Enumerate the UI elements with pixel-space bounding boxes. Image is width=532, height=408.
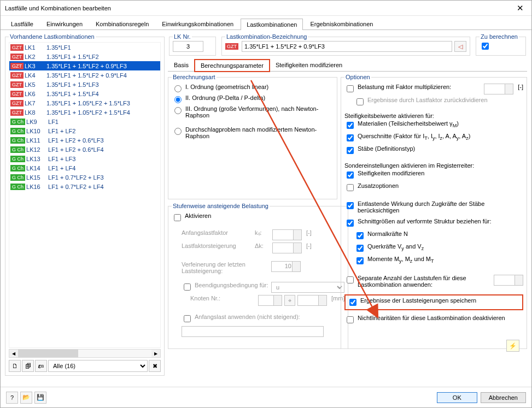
- lk-desc: LF1 + LF3: [48, 156, 75, 162]
- ba-radio-1[interactable]: [174, 85, 182, 92]
- lk-desc: 1.35*LF1 + 1.5*LF2 + 0.9*LF4: [46, 72, 127, 79]
- normal-checkbox[interactable]: [356, 232, 364, 239]
- belastung-input[interactable]: [484, 84, 513, 94]
- subtab-basis[interactable]: Basis: [168, 59, 195, 71]
- lknr-input[interactable]: [173, 41, 203, 52]
- dk-unit: [-]: [306, 243, 312, 249]
- lk-tag: GZT: [10, 63, 24, 69]
- beendigung-label: Beendigungsbedingung für:: [195, 282, 269, 288]
- lk-desc: LF1 + 0.7*LF2 + LF3: [48, 174, 104, 181]
- tab-einwirkungskombinationen[interactable]: Einwirkungskombinationen: [156, 18, 239, 29]
- copy-button[interactable]: 🗐: [22, 360, 34, 372]
- querk-checkbox[interactable]: [356, 245, 364, 252]
- ba-radio-4[interactable]: [174, 128, 182, 135]
- lk-desc: LF1 + 0.7*LF2 + LF4: [48, 184, 104, 190]
- close-icon[interactable]: ✕: [513, 3, 527, 13]
- zusatz-checkbox[interactable]: [347, 184, 354, 191]
- nichtlin-checkbox[interactable]: [347, 316, 354, 323]
- help-button[interactable]: ?: [6, 392, 18, 404]
- lk-id: LK4: [25, 72, 46, 79]
- ba-radio-2[interactable]: [174, 96, 182, 103]
- steifmod-checkbox[interactable]: [347, 172, 354, 179]
- lk-tag: GZT: [10, 54, 24, 60]
- new-button[interactable]: 🗋: [9, 360, 21, 372]
- tab-kombinationsregeln[interactable]: Kombinationsregeln: [90, 18, 155, 29]
- list-item[interactable]: G ChLK9LF1: [9, 117, 160, 126]
- lk-desc: 1.35*LF1 + 1.5*LF2: [46, 54, 99, 60]
- list-item[interactable]: G ChLK13LF1 + LF3: [9, 154, 160, 163]
- beendigung-combo: u: [271, 282, 344, 293]
- subtab-steifigkeiten[interactable]: Steifigkeiten modifizieren: [270, 59, 348, 71]
- list-item[interactable]: G ChLK12LF1 + LF2 + 0.6*LF4: [9, 145, 160, 154]
- quick-calc-button[interactable]: ⚡: [506, 340, 519, 352]
- lknr-label: LK Nr.: [173, 33, 192, 40]
- save-button[interactable]: 💾: [34, 392, 46, 404]
- list-item[interactable]: GZTLK51.35*LF1 + 1.5*LF3: [9, 80, 160, 89]
- lk-list[interactable]: GZTLK11.35*LF1GZTLK21.35*LF1 + 1.5*LF2GZ…: [9, 42, 161, 348]
- list-item[interactable]: G ChLK10LF1 + LF2: [9, 126, 160, 135]
- lkname-input[interactable]: [242, 41, 452, 52]
- list-item[interactable]: GZTLK81.35*LF1 + 1.05*LF2 + 1.5*LF4: [9, 108, 160, 117]
- stufen-aktivieren-checkbox[interactable]: [174, 214, 181, 221]
- calc-checkbox[interactable]: [482, 43, 489, 50]
- lkname-picker-button[interactable]: ◁: [454, 41, 466, 52]
- existing-lk-title: Vorhandene Lastkombinationen: [9, 33, 96, 40]
- list-item[interactable]: GZTLK71.35*LF1 + 1.05*LF2 + 1.5*LF3: [9, 98, 160, 108]
- tab-ergebniskombinationen[interactable]: Ergebniskombinationen: [304, 18, 379, 29]
- config-button[interactable]: εB: [35, 360, 47, 372]
- tab-einwirkungen[interactable]: Einwirkungen: [40, 18, 89, 29]
- material-checkbox[interactable]: [347, 122, 354, 129]
- list-item[interactable]: GZTLK11.35*LF1: [9, 43, 160, 52]
- list-item[interactable]: G ChLK14LF1 + LF4: [9, 163, 160, 173]
- steifmod-label: Steifigkeiten modifizieren: [358, 170, 424, 176]
- schnitt-checkbox[interactable]: [347, 220, 354, 227]
- knoten-mm-input: [297, 295, 327, 306]
- entlastende-checkbox[interactable]: [347, 202, 354, 209]
- scroll-left-icon[interactable]: ◀: [9, 350, 18, 357]
- list-item[interactable]: GZTLK21.35*LF1 + 1.5*LF2: [9, 52, 160, 61]
- ba-radio-3[interactable]: [174, 107, 182, 114]
- lk-desc: LF1 + LF2 + 0.6*LF3: [48, 137, 104, 144]
- list-item[interactable]: G ChLK16LF1 + 0.7*LF2 + LF4: [9, 182, 160, 191]
- scroll-thumb[interactable]: [18, 350, 78, 357]
- tab-lastkombinationen[interactable]: Lastkombinationen: [241, 19, 303, 30]
- belastung-checkbox[interactable]: [347, 85, 354, 92]
- k0-unit: [-]: [306, 229, 312, 236]
- lk-id: LK10: [26, 128, 48, 134]
- lk-id: LK2: [25, 54, 46, 60]
- momente-checkbox[interactable]: [356, 257, 364, 264]
- erg-div-checkbox: [356, 98, 364, 105]
- lk-id: LK14: [26, 165, 48, 172]
- scroll-right-icon[interactable]: ▶: [151, 350, 160, 357]
- list-item[interactable]: GZTLK61.35*LF1 + 1.5*LF4: [9, 89, 160, 98]
- momente-label: Momente My, Mz und MT: [367, 256, 434, 264]
- delete-button[interactable]: ✖: [149, 360, 161, 372]
- lk-desc: 1.35*LF1 + 1.5*LF2 + 0.9*LF3: [46, 63, 127, 69]
- erg-speichern-checkbox[interactable]: [349, 299, 356, 306]
- filter-combo[interactable]: Alle (16): [48, 360, 148, 372]
- lknr-group: LK Nr.: [169, 33, 216, 56]
- separate-input[interactable]: [494, 275, 523, 286]
- quer-checkbox[interactable]: [347, 134, 354, 141]
- cancel-button[interactable]: Abbrechen: [481, 392, 526, 403]
- list-item[interactable]: G ChLK11LF1 + LF2 + 0.6*LF3: [9, 135, 160, 145]
- lk-id: LK5: [25, 81, 46, 88]
- ok-button[interactable]: OK: [437, 392, 477, 403]
- stabe-checkbox[interactable]: [347, 147, 354, 154]
- list-scrollbar[interactable]: ◀ ▶: [9, 349, 161, 358]
- subtab-berechnungsparameter[interactable]: Berechnungsparameter: [195, 60, 270, 72]
- erg-speichern-label: Ergebnisse der Laststeigerungen speicher…: [360, 297, 476, 304]
- lk-id: LK9: [26, 119, 48, 125]
- tab-lastfaelle[interactable]: Lastfälle: [5, 18, 39, 29]
- list-item[interactable]: G ChLK15LF1 + 0.7*LF2 + LF3: [9, 173, 160, 182]
- separate-checkbox[interactable]: [347, 276, 354, 283]
- open-button[interactable]: 📂: [20, 392, 32, 404]
- lkname-tag: GZT: [225, 43, 238, 50]
- lk-tag: G Ch: [10, 156, 25, 162]
- scroll-track[interactable]: [18, 350, 151, 357]
- footer: ? 📂 💾 OK Abbrechen: [1, 387, 531, 407]
- subtabs: Basis Berechnungsparameter Steifigkeiten…: [168, 59, 527, 72]
- list-item[interactable]: GZTLK41.35*LF1 + 1.5*LF2 + 0.9*LF4: [9, 70, 160, 80]
- titlebar: Lastfälle und Kombinationen bearbeiten ✕: [1, 1, 531, 16]
- list-item[interactable]: GZTLK31.35*LF1 + 1.5*LF2 + 0.9*LF3: [9, 61, 160, 70]
